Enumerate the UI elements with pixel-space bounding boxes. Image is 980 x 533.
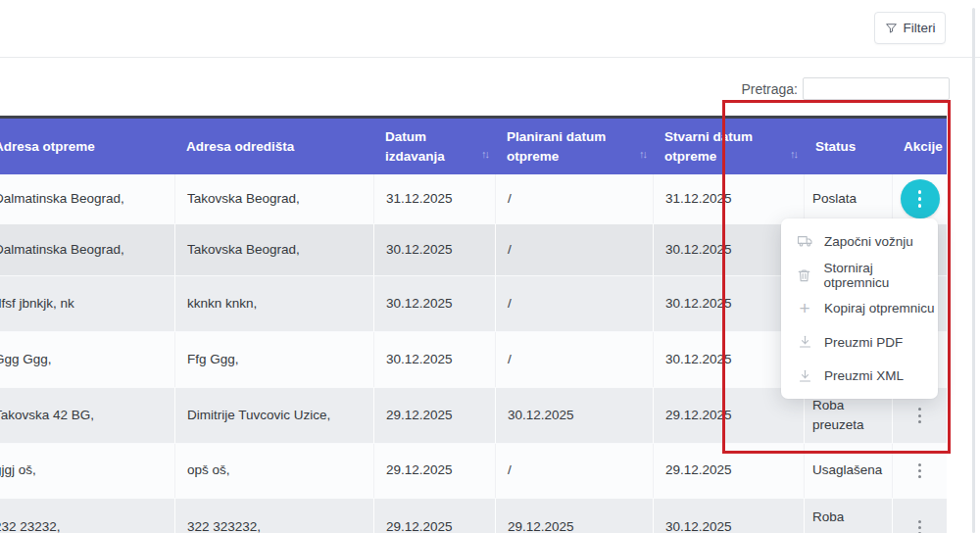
row-actions-button[interactable] bbox=[918, 407, 921, 425]
search-input[interactable] bbox=[803, 77, 950, 100]
menu-item-kopiraj-otpremnicu[interactable]: + Kopiraj otpremnicu bbox=[781, 292, 938, 325]
cell-stvarni-datum: 29.12.2025 bbox=[653, 444, 804, 498]
actions-dropdown-menu: Započni vožnju Storniraj otpremnicu + Ko… bbox=[781, 218, 938, 399]
plus-icon: + bbox=[796, 299, 813, 317]
cell-datum-izdavanja: 29.12.2025 bbox=[373, 499, 495, 533]
cell-adresa-otpreme: gjgj oš, bbox=[0, 444, 174, 498]
cell-stvarni-datum: 30.12.2025 bbox=[653, 499, 804, 533]
cell-stvarni-datum: 31.12.2025 bbox=[653, 174, 804, 223]
column-header-adresa-odredista: Adresa odredišta bbox=[174, 119, 373, 174]
cell-adresa-odredista: 322 323232, bbox=[174, 499, 373, 533]
cell-planirani-datum: / bbox=[495, 444, 653, 498]
cell-adresa-otpreme: Dalmatinska Beograd, bbox=[0, 224, 174, 275]
scrollbar-track[interactable] bbox=[972, 8, 975, 533]
toolbar-divider bbox=[0, 57, 980, 58]
cell-planirani-datum: 29.12.2025 bbox=[495, 499, 653, 533]
delivery-notes-page: Filteri Pretraga: Adresa otpreme Adresa … bbox=[0, 0, 980, 533]
cell-adresa-otpreme: 232 23232, bbox=[0, 499, 174, 533]
cell-planirani-datum: / bbox=[495, 174, 653, 223]
filters-button-label: Filteri bbox=[904, 21, 936, 35]
kebab-icon bbox=[918, 190, 922, 194]
table-row: 232 23232, 322 323232, 29.12.2025 29.12.… bbox=[0, 499, 947, 533]
cell-planirani-datum: / bbox=[495, 276, 653, 331]
cell-status: Usaglašena bbox=[804, 444, 892, 498]
table-header-row: Adresa otpreme Adresa odredišta Datum iz… bbox=[0, 119, 947, 174]
column-header-datum-izdavanja[interactable]: Datum izdavanja ↑↓ bbox=[373, 119, 495, 174]
cell-adresa-otpreme: Dalmatinska Beograd, bbox=[0, 174, 174, 223]
cell-planirani-datum: / bbox=[495, 224, 653, 275]
cell-adresa-odredista: Dimitrije Tuvcovic Uzice, bbox=[174, 388, 373, 443]
cell-planirani-datum: 30.12.2025 bbox=[495, 388, 653, 443]
filter-funnel-icon bbox=[885, 22, 898, 34]
search-label: Pretraga: bbox=[725, 81, 798, 97]
cell-status: Poslata bbox=[804, 174, 892, 223]
cell-adresa-odredista: Takovska Beograd, bbox=[174, 174, 373, 223]
sort-icon[interactable]: ↑↓ bbox=[790, 147, 797, 163]
menu-item-preuzmi-pdf[interactable]: Preuzmi PDF bbox=[781, 325, 938, 359]
table-row: gjgj oš, opš oš, 29.12.2025 / 29.12.2025… bbox=[0, 444, 947, 499]
cell-adresa-odredista: opš oš, bbox=[174, 444, 373, 498]
cell-adresa-odredista: Takovska Beograd, bbox=[174, 224, 373, 275]
kebab-icon bbox=[918, 408, 921, 411]
cell-adresa-odredista: Ffg Ggg, bbox=[174, 332, 373, 387]
table-row: Dalmatinska Beograd, Takovska Beograd, 3… bbox=[0, 174, 947, 224]
cell-adresa-otpreme: Ggg Ggg, bbox=[0, 332, 174, 387]
menu-item-zapocni-voznju[interactable]: Započni vožnju bbox=[781, 224, 938, 258]
column-header-planirani-datum[interactable]: Planirani datum otpreme ↑↓ bbox=[495, 119, 653, 174]
filters-button[interactable]: Filteri bbox=[874, 12, 946, 44]
sort-icon[interactable]: ↑↓ bbox=[481, 147, 488, 163]
truck-icon bbox=[796, 233, 813, 249]
search-bar: Pretraga: bbox=[725, 77, 950, 100]
sort-icon[interactable]: ↑↓ bbox=[639, 147, 646, 163]
download-icon bbox=[796, 334, 813, 350]
cell-datum-izdavanja: 29.12.2025 bbox=[373, 388, 495, 443]
cell-adresa-otpreme: Takovska 42 BG, bbox=[0, 388, 174, 443]
trash-icon bbox=[796, 267, 812, 283]
column-header-akcije: Akcije bbox=[892, 119, 947, 174]
cell-planirani-datum: / bbox=[495, 332, 653, 387]
column-header-adresa-otpreme: Adresa otpreme bbox=[0, 119, 174, 174]
kebab-icon bbox=[918, 520, 921, 523]
cell-datum-izdavanja: 29.12.2025 bbox=[373, 444, 495, 498]
download-icon bbox=[796, 368, 813, 384]
menu-item-preuzmi-xml[interactable]: Preuzmi XML bbox=[781, 360, 938, 393]
cell-stvarni-datum: 29.12.2025 bbox=[653, 388, 804, 443]
cell-datum-izdavanja: 30.12.2025 bbox=[373, 224, 495, 275]
cell-datum-izdavanja: 31.12.2025 bbox=[373, 174, 495, 223]
menu-item-storniraj-otpremnicu[interactable]: Storniraj otpremnicu bbox=[781, 259, 938, 292]
row-actions-button[interactable] bbox=[918, 518, 921, 533]
row-actions-button-active[interactable] bbox=[901, 179, 940, 218]
row-actions-button[interactable] bbox=[918, 461, 921, 480]
kebab-icon bbox=[918, 463, 921, 466]
cell-adresa-otpreme: dfsf jbnkjk, nk bbox=[0, 276, 174, 331]
cell-status: Roba preuzeta bbox=[804, 499, 892, 533]
cell-datum-izdavanja: 30.12.2025 bbox=[373, 332, 495, 387]
cell-datum-izdavanja: 30.12.2025 bbox=[373, 276, 495, 331]
cell-adresa-odredista: kknkn knkn, bbox=[174, 276, 373, 331]
column-header-status: Status bbox=[804, 119, 892, 174]
column-header-stvarni-datum[interactable]: Stvarni datum otpreme ↑↓ bbox=[653, 119, 804, 174]
